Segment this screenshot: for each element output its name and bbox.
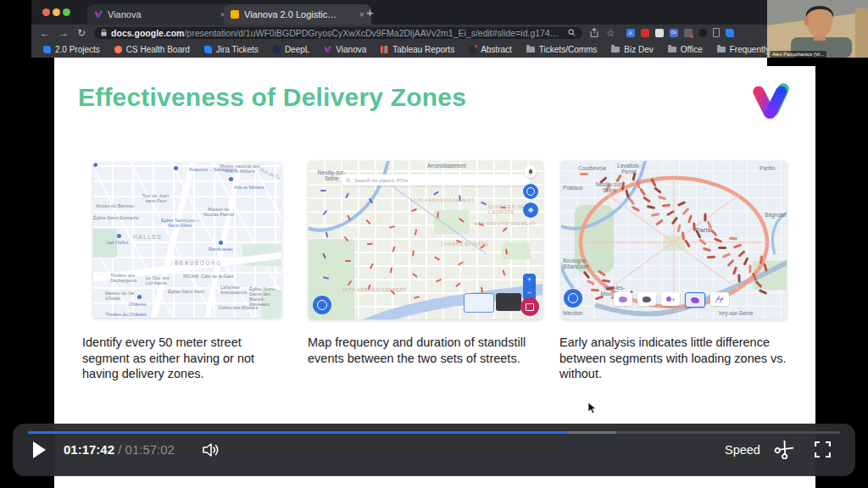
screen: Vianova × Vianova 2.0 Logistics_EN - Go.…	[0, 0, 868, 488]
fullscreen-icon[interactable]	[815, 441, 831, 458]
tableau-icon	[381, 46, 388, 53]
window-zoom-button[interactable]	[63, 8, 70, 16]
caption-column-1: Identify every 50 meter street segment a…	[82, 335, 284, 382]
notifications-bell-button[interactable]	[524, 165, 537, 178]
map-label: BEAUBOURG	[175, 260, 222, 266]
jira-icon	[43, 46, 51, 53]
folder-icon	[611, 47, 620, 53]
map-label: Église Notre-Dame des Blancs-Manteaux	[249, 286, 281, 307]
map-label: Musée du Barreau	[96, 203, 134, 208]
ext-adobe-icon[interactable]	[641, 29, 649, 37]
layer-heatmap-button[interactable]	[614, 292, 632, 306]
map-label: 16TH ARRONDISSEMENT	[342, 288, 407, 293]
bookmark-tickets-comms[interactable]: Tickets/Comms	[526, 45, 598, 54]
map-style-preview-dark[interactable]	[496, 293, 521, 311]
time-filter-button[interactable]	[313, 296, 331, 314]
map-label: CHAMPS ÉLYSÉES	[441, 242, 488, 247]
seek-bar[interactable]	[28, 431, 840, 434]
map-label: Pantin	[760, 165, 775, 171]
search-icon	[346, 178, 351, 183]
tab-close-icon[interactable]: ×	[353, 9, 364, 19]
map-label: Arrondissement	[427, 163, 466, 169]
play-button[interactable]	[33, 441, 46, 458]
ext-phone-icon[interactable]	[713, 28, 720, 37]
bookmark-tableau-reports[interactable]: Tableau Reports	[381, 45, 454, 54]
map-label: Ivry-sur-Seine	[719, 310, 753, 316]
speed-button[interactable]: Speed	[725, 443, 760, 457]
vianova-logo-icon	[750, 83, 793, 120]
map-label: Maison de Nicolas Flamel	[200, 207, 237, 217]
map-label: Le Duc des Lombards	[146, 275, 180, 286]
time-display: 01:17:42 / 01:57:02	[64, 442, 175, 457]
feedback-button[interactable]	[520, 297, 539, 316]
share-icon[interactable]	[590, 28, 598, 37]
map-style-preview-light[interactable]	[464, 293, 494, 313]
browser-toolbar: ← → ↻ docs.google.com/presentation/d/1uW…	[31, 25, 839, 41]
caption-column-2: Map frequency and duration of standstill…	[308, 335, 555, 366]
bookmark-deepl[interactable]: DeepL	[273, 45, 309, 54]
participant-name-label: Alex Pazuchanics (Vi...	[770, 51, 826, 58]
hubspot-icon	[114, 46, 122, 53]
bookmark-2-0-projects[interactable]: 2.0 Projects	[43, 45, 100, 54]
map-thumbnail-standstill-events[interactable]: Arrondissement Neuilly-sur-Seine 17TH AR…	[309, 161, 542, 319]
folder-icon	[668, 47, 676, 53]
browser-chrome: Vianova × Vianova 2.0 Logistics_EN - Go.…	[31, 0, 839, 58]
window-close-button[interactable]	[42, 8, 50, 16]
bookmark-vianova[interactable]: Vianova	[324, 45, 366, 54]
layer-bubbles-button[interactable]	[661, 292, 680, 306]
map-search-input[interactable]: Search for places, POIs	[341, 175, 531, 186]
map-layers-button[interactable]	[523, 184, 538, 199]
tab-title: Vianova	[108, 9, 142, 19]
ext-translate-icon[interactable]: A	[626, 29, 635, 37]
map-label: Rue de Tu	[259, 167, 281, 180]
map-directions-button[interactable]: ✥	[523, 202, 538, 218]
mouse-cursor	[587, 402, 597, 414]
forward-button[interactable]: →	[58, 27, 69, 39]
map-label: 17TH ARRONDISSEMENT	[410, 198, 475, 203]
back-button[interactable]: ←	[40, 27, 50, 39]
time-filter-button[interactable]	[564, 289, 582, 308]
window-minimize-button[interactable]	[53, 8, 60, 16]
bookmark-abstract[interactable]: Abstract	[469, 45, 512, 54]
browser-tab-logistics[interactable]: Vianova 2.0 Logistics_EN - Go... ×	[224, 4, 371, 25]
reload-button[interactable]: ↻	[77, 27, 86, 39]
url-bar[interactable]: docs.google.com/presentation/d/1uWF0iBGD…	[94, 27, 582, 39]
tab-bar: Vianova × Vianova 2.0 Logistics_EN - Go.…	[31, 0, 839, 25]
url-path: /presentation/d/1uWF0iBGDPDGryosCyXwXcDv…	[184, 28, 563, 38]
clip-scissors-icon[interactable]	[774, 441, 794, 459]
ext-gear-icon[interactable]	[684, 29, 693, 37]
ext-notes-icon[interactable]	[655, 29, 664, 37]
abstract-icon	[469, 46, 476, 53]
map-label: Châtelet	[129, 302, 147, 307]
layer-darkmap-button[interactable]	[637, 292, 656, 306]
segment-marker	[580, 173, 588, 175]
new-tab-button[interactable]: +	[366, 5, 374, 19]
search-icon[interactable]	[568, 29, 576, 36]
map-label: Levallois-Perret	[614, 163, 644, 175]
segment-marker	[737, 274, 741, 282]
map-thumbnail-analysis[interactable]: Courbevoie Levallois-Perret Pantin Putea…	[561, 161, 787, 319]
map-label: Rambuteau	[209, 247, 232, 252]
bookmark-cs-health-board[interactable]: CS Health Board	[114, 45, 190, 54]
map-label: Les Halles	[107, 240, 129, 245]
map-label: Église Saint-Eustache	[93, 215, 139, 220]
vianova-favicon-icon	[94, 10, 103, 19]
browser-tab-vianova[interactable]: Vianova ×	[87, 4, 232, 25]
volume-icon[interactable]	[201, 441, 220, 458]
bookmark-jira-tickets[interactable]: Jira Tickets	[204, 45, 259, 54]
map-thumbnail-delivery-zones[interactable]: Réaumur – Sébastopol Musée national des …	[93, 163, 281, 318]
map-label: Paris	[695, 227, 710, 235]
map-label: Tour de Jean-sans-Peur	[137, 193, 175, 203]
bookmark-star-icon[interactable]: ☆	[606, 27, 615, 39]
ext-circle-icon[interactable]	[698, 29, 707, 37]
map-label: Bagnolet	[765, 212, 787, 218]
bookmark-office[interactable]: Office	[668, 45, 703, 54]
bookmark-biz-dev[interactable]: Biz Dev	[611, 45, 653, 54]
ext-on-icon[interactable]: On	[670, 29, 678, 37]
event-marker	[345, 260, 351, 262]
layer-segments-button-selected[interactable]	[685, 292, 705, 308]
ext-jira-icon[interactable]	[726, 29, 734, 37]
layer-network-button[interactable]	[710, 292, 729, 306]
event-marker	[320, 190, 326, 191]
webcam-overlay[interactable]: Alex Pazuchanics (Vi...	[767, 0, 868, 66]
